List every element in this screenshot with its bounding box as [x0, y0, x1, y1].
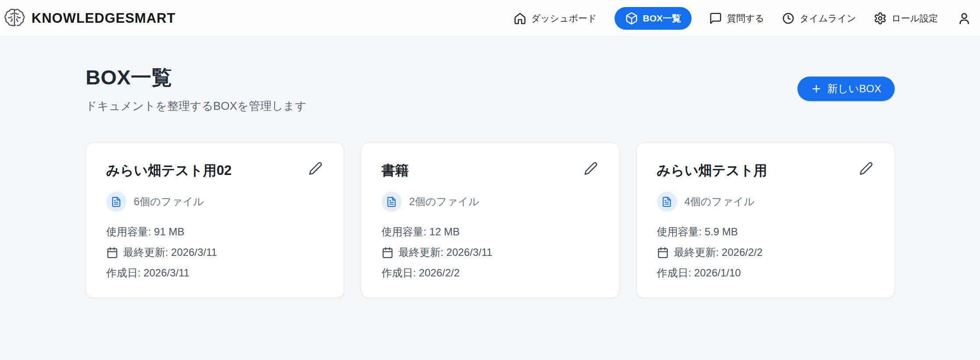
created-label: 作成日: 2026/1/10 [657, 266, 874, 280]
box-meta: 使用容量: 12 MB 最終更新: 2026/3/11 作成日: 2026/2/… [382, 225, 599, 280]
nav-item-label: ダッシュボード [531, 12, 597, 24]
file-count-row: 2個のファイル [382, 192, 599, 212]
nav-item-label: タイムライン [800, 12, 856, 24]
home-icon [513, 12, 527, 25]
page-subtitle: ドキュメントを整理するBOXを管理します [86, 98, 307, 114]
file-badge [382, 192, 402, 212]
storage-label: 使用容量: 5.9 MB [657, 225, 874, 239]
edit-box-button[interactable] [583, 161, 599, 176]
nav-item-ask-question[interactable]: 質問する [709, 12, 764, 25]
file-count-row: 6個のファイル [106, 192, 323, 212]
brain-logo-icon [3, 7, 26, 30]
edit-box-button[interactable] [858, 161, 874, 176]
last-updated-label: 最終更新: 2026/3/11 [399, 245, 492, 259]
file-text-icon [386, 196, 397, 207]
nav-item-dashboard[interactable]: ダッシュボード [513, 12, 597, 25]
box-card-grid: みらい畑テスト用02 6個のファイル 使用容量: [86, 143, 895, 298]
file-count-row: 4個のファイル [657, 192, 874, 212]
nav-item-timeline[interactable]: タイムライン [782, 12, 856, 25]
file-count-label: 6個のファイル [134, 195, 204, 209]
storage-label: 使用容量: 12 MB [382, 225, 599, 239]
clock-icon [782, 12, 795, 25]
user-icon [957, 11, 971, 25]
last-updated-label: 最終更新: 2026/3/11 [123, 245, 217, 259]
box-list-page: BOX一覧 ドキュメントを整理するBOXを管理します 新しいBOX みらい畑テス… [86, 37, 895, 298]
box-card[interactable]: みらい畑テスト用02 6個のファイル 使用容量: [86, 143, 344, 298]
file-text-icon [661, 196, 672, 207]
top-navbar: KNOWLEDGESMART ダッシュボード BOX一覧 質問する [0, 0, 980, 37]
nav-item-role-settings[interactable]: ロール設定 [874, 12, 938, 25]
calendar-icon [106, 247, 118, 259]
created-label: 作成日: 2026/2/2 [382, 266, 599, 280]
page-header: BOX一覧 ドキュメントを整理するBOXを管理します 新しいBOX [86, 64, 895, 114]
file-text-icon [111, 196, 122, 207]
plus-icon [811, 83, 822, 94]
user-menu-button[interactable] [957, 11, 971, 25]
file-badge [106, 192, 126, 212]
calendar-icon [382, 247, 393, 259]
pencil-icon [309, 161, 323, 175]
box-title: 書籍 [382, 162, 409, 178]
nav-item-label: 質問する [727, 12, 764, 24]
box-meta: 使用容量: 91 MB 最終更新: 2026/3/11 作成日: 2026/3/… [106, 225, 323, 280]
box-meta: 使用容量: 5.9 MB 最終更新: 2026/2/2 作成日: 2026/1/… [657, 225, 874, 280]
calendar-icon [657, 247, 669, 259]
box-title: みらい畑テスト用02 [106, 162, 232, 178]
nav-item-label: ロール設定 [892, 12, 938, 24]
pencil-icon [584, 161, 598, 175]
created-label: 作成日: 2026/3/11 [106, 266, 323, 280]
box-card[interactable]: みらい畑テスト用 4個のファイル 使用容量: 5 [636, 143, 895, 298]
nav-item-box-list[interactable]: BOX一覧 [615, 7, 692, 30]
file-badge [657, 192, 677, 212]
file-count-label: 2個のファイル [409, 195, 479, 209]
chat-icon [709, 12, 722, 25]
nav-links: ダッシュボード BOX一覧 質問する タイムライン [513, 7, 971, 30]
nav-item-label: BOX一覧 [643, 12, 681, 24]
file-count-label: 4個のファイル [685, 195, 755, 209]
last-updated-label: 最終更新: 2026/2/2 [674, 245, 763, 259]
brand-logo[interactable]: KNOWLEDGESMART [3, 7, 176, 30]
box-icon [625, 12, 638, 25]
gear-icon [874, 12, 887, 25]
page-title: BOX一覧 [86, 64, 307, 91]
box-title: みらい畑テスト用 [657, 162, 767, 178]
pencil-icon [859, 161, 873, 175]
new-box-button[interactable]: 新しいBOX [797, 77, 895, 101]
box-card[interactable]: 書籍 2個のファイル 使用容量: 12 MB [361, 143, 619, 298]
storage-label: 使用容量: 91 MB [106, 225, 323, 239]
edit-box-button[interactable] [308, 161, 323, 176]
new-box-button-label: 新しいBOX [827, 82, 882, 96]
brand-name: KNOWLEDGESMART [32, 10, 176, 26]
